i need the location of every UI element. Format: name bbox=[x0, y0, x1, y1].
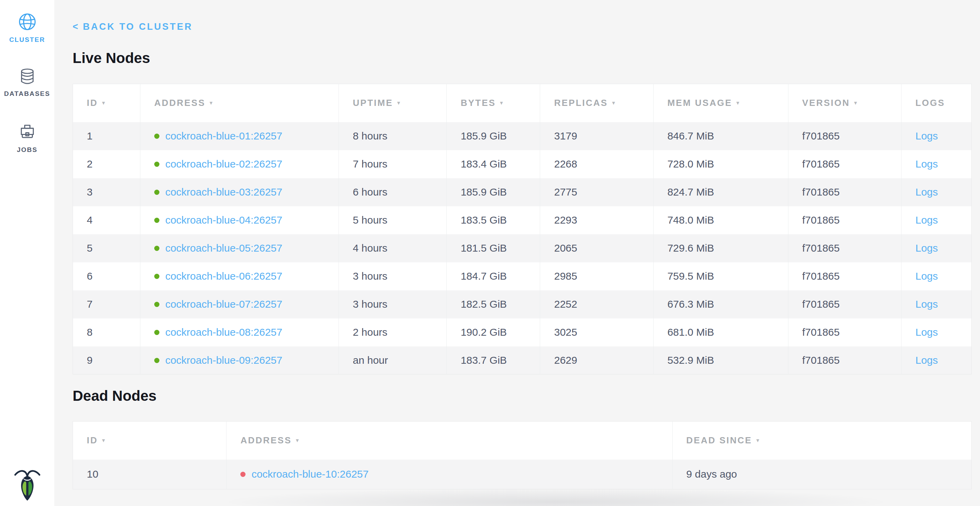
column-header-uptime[interactable]: UPTIME▾ bbox=[339, 84, 447, 122]
sort-arrow-icon: ▾ bbox=[500, 99, 504, 107]
bytes-cell: 190.2 GiB bbox=[447, 318, 540, 346]
node-id-cell: 2 bbox=[73, 150, 140, 178]
version-cell: f701865 bbox=[788, 291, 901, 318]
logs-link[interactable]: Logs bbox=[915, 214, 938, 226]
node-address-link[interactable]: cockroach-blue-03:26257 bbox=[165, 186, 283, 198]
sidebar-item-label: CLUSTER bbox=[0, 36, 54, 44]
uptime-cell: 3 hours bbox=[339, 291, 447, 318]
live-status-dot bbox=[154, 274, 159, 279]
column-header-dead-since[interactable]: DEAD SINCE▾ bbox=[672, 421, 971, 460]
table-row: 3 cockroach-blue-03:26257 6 hours 185.9 … bbox=[73, 178, 972, 206]
sidebar-item-label: JOBS bbox=[0, 146, 54, 154]
mem-usage-cell: 532.9 MiB bbox=[653, 346, 788, 375]
column-header-address[interactable]: ADDRESS▾ bbox=[140, 84, 339, 122]
node-id-cell: 7 bbox=[73, 291, 140, 318]
bytes-cell: 185.9 GiB bbox=[447, 122, 540, 150]
logs-cell: Logs bbox=[902, 234, 972, 262]
table-row: 8 cockroach-blue-08:26257 2 hours 190.2 … bbox=[73, 318, 972, 346]
live-status-dot bbox=[154, 302, 159, 307]
node-address-link[interactable]: cockroach-blue-10:26257 bbox=[251, 468, 369, 480]
node-address-link[interactable]: cockroach-blue-05:26257 bbox=[165, 242, 283, 254]
column-header-mem-usage[interactable]: MEM USAGE▾ bbox=[653, 84, 788, 122]
sort-arrow-icon: ▾ bbox=[736, 99, 740, 107]
node-id-cell: 3 bbox=[73, 178, 140, 206]
node-address-cell: cockroach-blue-01:26257 bbox=[140, 122, 339, 150]
live-status-dot bbox=[154, 330, 159, 335]
logs-link[interactable]: Logs bbox=[915, 242, 938, 254]
main-content: <BACK TO CLUSTER Live Nodes ID▾ ADDRESS▾… bbox=[54, 0, 980, 506]
replicas-cell: 3179 bbox=[540, 122, 653, 150]
table-row: 5 cockroach-blue-05:26257 4 hours 181.5 … bbox=[73, 234, 972, 262]
sort-arrow-icon: ▾ bbox=[854, 99, 858, 107]
version-cell: f701865 bbox=[788, 262, 901, 291]
node-id-cell: 10 bbox=[73, 460, 226, 489]
mem-usage-cell: 729.6 MiB bbox=[653, 234, 788, 262]
back-to-cluster-link[interactable]: <BACK TO CLUSTER bbox=[73, 21, 192, 32]
dead-table-header-row: ID▾ ADDRESS▾ DEAD SINCE▾ bbox=[73, 421, 972, 460]
mem-usage-cell: 728.0 MiB bbox=[653, 150, 788, 178]
logs-link[interactable]: Logs bbox=[915, 354, 938, 366]
node-address-cell: cockroach-blue-05:26257 bbox=[140, 234, 339, 262]
dead-nodes-table: ID▾ ADDRESS▾ DEAD SINCE▾ 10 cockroach-bl… bbox=[73, 421, 972, 489]
uptime-cell: 6 hours bbox=[339, 178, 447, 206]
dead-since-cell: 9 days ago bbox=[672, 460, 971, 489]
node-id-cell: 8 bbox=[73, 318, 140, 346]
logs-cell: Logs bbox=[902, 150, 972, 178]
live-status-dot bbox=[154, 190, 159, 195]
logs-link[interactable]: Logs bbox=[915, 270, 938, 282]
logs-link[interactable]: Logs bbox=[915, 158, 938, 169]
logs-cell: Logs bbox=[902, 318, 972, 346]
sidebar-item-cluster[interactable]: CLUSTER bbox=[0, 13, 54, 44]
node-address-link[interactable]: cockroach-blue-01:26257 bbox=[165, 130, 283, 142]
logs-cell: Logs bbox=[902, 291, 972, 318]
mem-usage-cell: 824.7 MiB bbox=[653, 178, 788, 206]
node-address-cell: cockroach-blue-04:26257 bbox=[140, 206, 339, 234]
column-header-id[interactable]: ID▾ bbox=[73, 84, 140, 122]
node-address-link[interactable]: cockroach-blue-08:26257 bbox=[165, 326, 283, 338]
uptime-cell: 4 hours bbox=[339, 234, 447, 262]
sidebar-item-label: DATABASES bbox=[0, 90, 54, 97]
node-address-link[interactable]: cockroach-blue-09:26257 bbox=[165, 354, 283, 366]
bytes-cell: 184.7 GiB bbox=[447, 262, 540, 291]
table-row: 1 cockroach-blue-01:26257 8 hours 185.9 … bbox=[73, 122, 972, 150]
briefcase-icon bbox=[0, 123, 54, 141]
uptime-cell: an hour bbox=[339, 346, 447, 375]
mem-usage-cell: 681.0 MiB bbox=[653, 318, 788, 346]
uptime-cell: 8 hours bbox=[339, 122, 447, 150]
node-address-link[interactable]: cockroach-blue-04:26257 bbox=[165, 214, 283, 226]
logs-link[interactable]: Logs bbox=[915, 298, 938, 310]
node-address-link[interactable]: cockroach-blue-02:26257 bbox=[165, 158, 283, 169]
node-address-cell: cockroach-blue-09:26257 bbox=[140, 346, 339, 375]
logs-cell: Logs bbox=[902, 122, 972, 150]
logs-link[interactable]: Logs bbox=[915, 130, 938, 142]
node-address-link[interactable]: cockroach-blue-07:26257 bbox=[165, 298, 283, 310]
live-nodes-title: Live Nodes bbox=[73, 50, 150, 67]
sidebar-item-databases[interactable]: DATABASES bbox=[0, 68, 54, 97]
bytes-cell: 185.9 GiB bbox=[447, 178, 540, 206]
table-row: 2 cockroach-blue-02:26257 7 hours 183.4 … bbox=[73, 150, 972, 178]
logs-link[interactable]: Logs bbox=[915, 326, 938, 338]
replicas-cell: 2629 bbox=[540, 346, 653, 375]
version-cell: f701865 bbox=[788, 206, 901, 234]
sort-arrow-icon: ▾ bbox=[612, 99, 616, 107]
node-address-cell: cockroach-blue-10:26257 bbox=[226, 460, 672, 489]
logs-link[interactable]: Logs bbox=[915, 186, 938, 198]
node-id-cell: 5 bbox=[73, 234, 140, 262]
bytes-cell: 183.7 GiB bbox=[447, 346, 540, 375]
column-header-address[interactable]: ADDRESS▾ bbox=[226, 421, 672, 460]
column-header-bytes[interactable]: BYTES▾ bbox=[447, 84, 540, 122]
bytes-cell: 182.5 GiB bbox=[447, 291, 540, 318]
node-address-cell: cockroach-blue-03:26257 bbox=[140, 178, 339, 206]
live-table-header-row: ID▾ ADDRESS▾ UPTIME▾ BYTES▾ REPLICAS▾ ME… bbox=[73, 84, 972, 122]
version-cell: f701865 bbox=[788, 150, 901, 178]
uptime-cell: 2 hours bbox=[339, 318, 447, 346]
live-status-dot bbox=[154, 246, 159, 251]
table-row: 10 cockroach-blue-10:26257 9 days ago bbox=[73, 460, 972, 489]
column-header-replicas[interactable]: REPLICAS▾ bbox=[540, 84, 653, 122]
uptime-cell: 3 hours bbox=[339, 262, 447, 291]
sidebar: CLUSTER DATABASES JOBS bbox=[0, 0, 54, 506]
column-header-version[interactable]: VERSION▾ bbox=[788, 84, 901, 122]
column-header-id[interactable]: ID▾ bbox=[73, 421, 226, 460]
sidebar-item-jobs[interactable]: JOBS bbox=[0, 123, 54, 154]
node-address-link[interactable]: cockroach-blue-06:26257 bbox=[165, 270, 283, 282]
